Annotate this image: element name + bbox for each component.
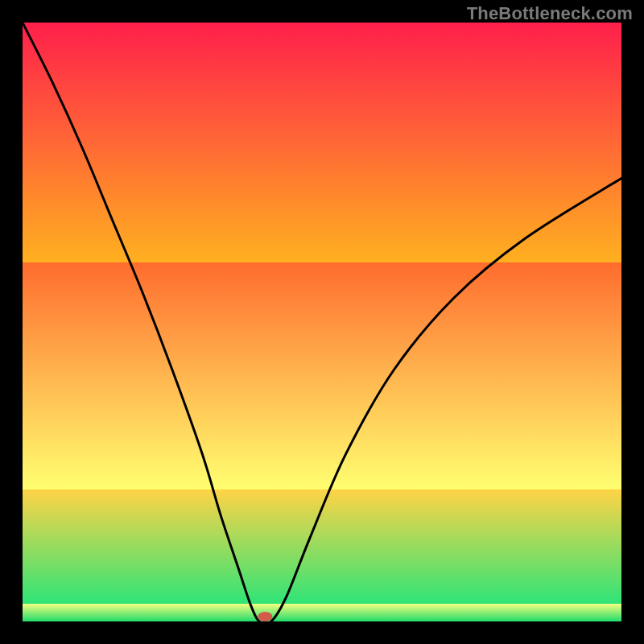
chart-background-gradient (23, 23, 621, 621)
chart-frame: TheBottleneck.com (0, 0, 644, 644)
watermark-text: TheBottleneck.com (467, 3, 633, 24)
optimal-point-marker (258, 612, 272, 621)
chart-plot-area (23, 23, 621, 621)
chart-svg (23, 23, 621, 621)
